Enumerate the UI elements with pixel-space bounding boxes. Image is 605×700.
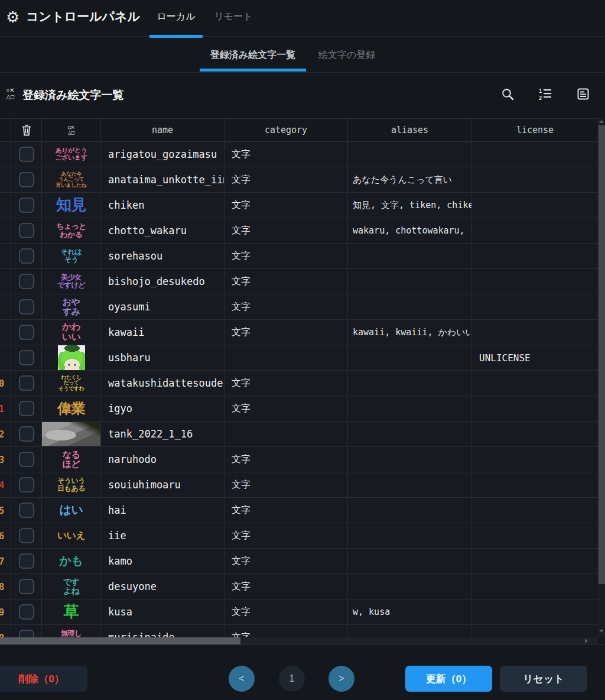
row-emoji-cell: わたくしだってそうですわ <box>42 371 101 396</box>
cell-license <box>472 269 599 294</box>
row-checkbox[interactable] <box>19 452 34 467</box>
cell-license <box>472 371 599 396</box>
table-row[interactable]: 8かわいいkawaii文字kawaii, kwaiii, かわいい <box>0 320 599 345</box>
cell-name: kamo <box>101 549 225 573</box>
table-row[interactable]: 20無理しないでmurisinaide文字 <box>0 625 599 637</box>
horizontal-scrollbar-thumb[interactable] <box>0 637 240 644</box>
row-checkbox[interactable] <box>19 375 34 391</box>
vertical-scrollbar-thumb[interactable] <box>599 125 605 584</box>
horizontal-scrollbar[interactable] <box>0 637 599 644</box>
row-checkbox[interactable] <box>19 579 34 594</box>
page-next-button[interactable]: > <box>328 666 354 692</box>
row-checkbox[interactable] <box>19 274 34 289</box>
row-checkbox-cell <box>11 218 42 243</box>
scroll-right-icon[interactable] <box>585 639 588 643</box>
table-row[interactable]: 10わたくしだってそうですわwatakushidattesoudesu文字 <box>0 371 599 396</box>
svg-text:2: 2 <box>539 95 542 101</box>
cell-name: arigatou_gozaimasu <box>101 142 225 167</box>
row-checkbox[interactable] <box>19 426 34 442</box>
row-checkbox[interactable] <box>19 172 34 187</box>
table-row[interactable]: 7おやすみoyasumi文字 <box>0 294 599 320</box>
document-button[interactable] <box>575 86 591 102</box>
row-checkbox[interactable] <box>19 477 34 492</box>
cell-category: 文字 <box>225 193 348 218</box>
cell-name: tank_2022_1_16 <box>101 422 225 446</box>
search-icon <box>500 87 515 101</box>
cell-aliases: あなた今うんこって言い <box>348 167 472 192</box>
page-current[interactable]: 1 <box>279 666 305 692</box>
cell-aliases: 知見, 文字, tiken, chike <box>348 193 472 218</box>
cell-category: 文字 <box>225 447 348 472</box>
tab-remote[interactable]: リモート <box>213 11 254 23</box>
table-row[interactable]: 5それはそうsorehasou文字 <box>0 244 599 269</box>
row-id: 16 <box>0 530 4 542</box>
row-emoji-cell: おやすみ <box>42 294 101 319</box>
table-header-row: name category aliases license <box>0 118 599 142</box>
table-row[interactable]: 18ですよねdesuyone文字 <box>0 574 599 599</box>
tab-local[interactable]: ローカル <box>149 11 203 23</box>
table-row[interactable]: 16いいえiie文字 <box>0 523 599 549</box>
row-checkbox[interactable] <box>19 197 34 213</box>
row-checkbox[interactable] <box>19 604 34 620</box>
row-checkbox-cell <box>11 142 42 167</box>
row-id-cell: 15 <box>0 498 11 523</box>
scroll-down-icon[interactable] <box>599 630 604 633</box>
row-id: 13 <box>0 454 4 465</box>
gear-icon: ⚙ <box>6 8 19 26</box>
cell-aliases <box>348 574 472 599</box>
row-checkbox[interactable] <box>19 630 34 637</box>
table-row[interactable]: 1ありがとうございますarigatou_gozaimasu文字 <box>0 142 599 167</box>
emoji-image: わたくしだってそうですわ <box>58 375 84 392</box>
tab-registered-emoji-list[interactable]: 登録済み絵文字一覧 <box>200 49 306 61</box>
cell-name: desuyone <box>101 574 225 599</box>
cell-category: 文字 <box>225 523 348 548</box>
delete-button[interactable]: 削除（0） <box>0 666 87 692</box>
update-button[interactable]: 更新（0） <box>405 666 492 692</box>
row-checkbox[interactable] <box>19 528 34 543</box>
row-checkbox-cell <box>11 447 42 472</box>
table-row[interactable]: 19草kusa文字w, kusa <box>0 599 599 625</box>
page-prev-button[interactable]: < <box>229 666 255 692</box>
row-checkbox[interactable] <box>19 299 34 315</box>
scroll-up-icon[interactable] <box>599 120 604 123</box>
row-checkbox[interactable] <box>19 223 34 238</box>
row-checkbox[interactable] <box>19 350 34 365</box>
cell-name: chotto_wakaru <box>101 218 225 243</box>
table-row[interactable]: 17かもkamo文字 <box>0 549 599 574</box>
table-row[interactable]: 12tank_2022_1_16 <box>0 422 599 447</box>
row-id: 12 <box>0 429 4 440</box>
sort-numbered-button[interactable]: 1 2 <box>538 86 553 102</box>
cell-license <box>472 396 599 421</box>
row-checkbox[interactable] <box>19 553 34 569</box>
search-button[interactable] <box>500 86 515 102</box>
row-emoji-cell: 美少女ですけど <box>42 269 101 294</box>
row-checkbox-cell <box>11 269 42 294</box>
table-row[interactable]: 3知見chiken文字知見, 文字, tiken, chike <box>0 193 599 218</box>
row-id-cell: 18 <box>0 574 11 599</box>
row-checkbox[interactable] <box>19 401 34 416</box>
row-id-cell: 6 <box>0 269 11 294</box>
table-row[interactable]: 11偉業igyo文字 <box>0 396 599 422</box>
row-checkbox[interactable] <box>19 325 34 340</box>
cell-name: naruhodo <box>101 447 225 472</box>
table-row[interactable]: 9usbharuUNLICENSE <box>0 345 599 371</box>
vertical-scrollbar[interactable] <box>599 118 605 637</box>
row-checkbox[interactable] <box>19 503 34 518</box>
table-row[interactable]: 2あなた今うんこって言いましたねanataima_unkotte_iima文字あ… <box>0 167 599 193</box>
tab-registered-emoji-list-label: 登録済み絵文字一覧 <box>210 50 295 60</box>
row-emoji-cell: なるほど <box>42 447 101 472</box>
row-emoji-cell: 草 <box>42 599 101 624</box>
row-checkbox-cell <box>11 320 42 345</box>
table-row[interactable]: 6美少女ですけどbishojo_desukedo文字 <box>0 269 599 294</box>
table-row[interactable]: 15はいhai文字 <box>0 498 599 523</box>
table-row[interactable]: 13なるほどnaruhodo文字 <box>0 447 599 472</box>
row-checkbox[interactable] <box>19 248 34 264</box>
row-checkbox-cell <box>11 396 42 421</box>
row-checkbox[interactable] <box>19 147 34 162</box>
table-row[interactable]: 4ちょっとわかるchotto_wakaru文字wakaru, chottowak… <box>0 218 599 244</box>
row-checkbox-cell <box>11 523 42 548</box>
table-row[interactable]: 14そういう日もあるsouiuhimoaru文字 <box>0 472 599 498</box>
tab-emoji-register[interactable]: 絵文字の登録 <box>312 49 382 61</box>
cell-aliases <box>348 523 472 548</box>
reset-button[interactable]: リセット <box>500 666 587 692</box>
